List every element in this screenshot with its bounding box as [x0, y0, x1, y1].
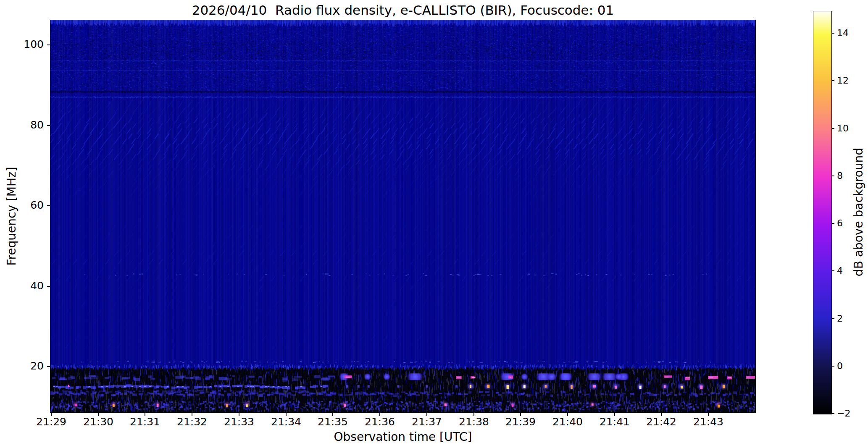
colorbar-tick-mark: [831, 223, 834, 224]
x-tick-label: 21:42: [646, 416, 676, 428]
colorbar-tick-label: 12: [837, 75, 849, 86]
x-tick-mark: [520, 413, 521, 416]
colorbar-tick-mark: [831, 270, 834, 271]
x-tick-label: 21:37: [412, 416, 442, 428]
x-tick-mark: [614, 413, 615, 416]
x-tick-label: 21:31: [130, 416, 160, 428]
x-tick-mark: [379, 413, 380, 416]
colorbar-tick-label: 4: [837, 265, 843, 276]
x-tick-label: 21:34: [271, 416, 301, 428]
colorbar-tick-label: 0: [837, 361, 843, 371]
x-tick-label: 21:40: [552, 416, 583, 428]
x-tick-mark: [332, 413, 333, 416]
colorbar-tick-mark: [831, 128, 834, 129]
x-tick-label: 21:33: [224, 416, 254, 428]
x-tick-mark: [567, 413, 568, 416]
plot-area: [50, 20, 756, 413]
x-tick-mark: [708, 413, 709, 416]
y-tick-mark: [47, 125, 50, 126]
x-tick-label: 21:30: [83, 416, 113, 428]
colorbar-tick-mark: [831, 176, 834, 176]
colorbar-tick-mark: [831, 413, 834, 414]
colorbar-tick-label: 14: [837, 28, 849, 38]
x-tick-mark: [473, 413, 474, 416]
y-tick-label: 100: [8, 38, 44, 50]
x-tick-mark: [661, 413, 662, 416]
x-tick-mark: [426, 413, 427, 416]
colorbar-label: dB above background: [852, 148, 865, 276]
chart-title: 2026/04/10 Radio flux density, e-CALLIST…: [50, 3, 755, 18]
x-tick-label: 21:38: [459, 416, 489, 428]
colorbar-tick-label: 6: [837, 218, 843, 228]
colorbar-tick-mark: [831, 80, 834, 81]
x-tick-mark: [145, 413, 145, 416]
y-axis-label: Frequency [MHz]: [5, 167, 18, 265]
x-tick-mark: [286, 413, 287, 416]
x-tick-label: 21:43: [693, 416, 723, 428]
x-tick-mark: [239, 413, 239, 416]
x-tick-mark: [192, 413, 192, 416]
colorbar: [813, 11, 832, 414]
x-tick-mark: [51, 413, 52, 416]
x-tick-label: 21:36: [365, 416, 395, 428]
y-tick-mark: [47, 366, 50, 367]
x-tick-label: 21:39: [505, 416, 536, 428]
y-tick-label: 20: [8, 360, 44, 372]
x-tick-label: 21:29: [36, 416, 66, 428]
y-tick-mark: [47, 286, 50, 287]
x-axis-label: Observation time [UTC]: [334, 430, 472, 444]
colorbar-tick-label: −2: [837, 408, 850, 419]
x-tick-label: 21:41: [600, 416, 630, 428]
spectrogram-heatmap: [50, 20, 755, 412]
colorbar-tick-mark: [831, 366, 834, 367]
colorbar-tick-label: 8: [837, 170, 843, 181]
y-tick-label: 60: [8, 199, 44, 211]
y-tick-mark: [47, 205, 50, 206]
x-tick-label: 21:32: [177, 416, 207, 428]
colorbar-tick-label: 2: [837, 313, 843, 324]
y-tick-label: 40: [8, 280, 44, 292]
colorbar-tick-mark: [831, 33, 834, 34]
figure: 2026/04/10 Radio flux density, e-CALLIST…: [0, 0, 868, 448]
x-tick-label: 21:35: [318, 416, 348, 428]
x-tick-mark: [98, 413, 99, 416]
colorbar-tick-label: 10: [837, 123, 849, 134]
colorbar-tick-mark: [831, 318, 834, 319]
y-tick-mark: [47, 45, 50, 45]
y-tick-label: 80: [8, 119, 44, 131]
